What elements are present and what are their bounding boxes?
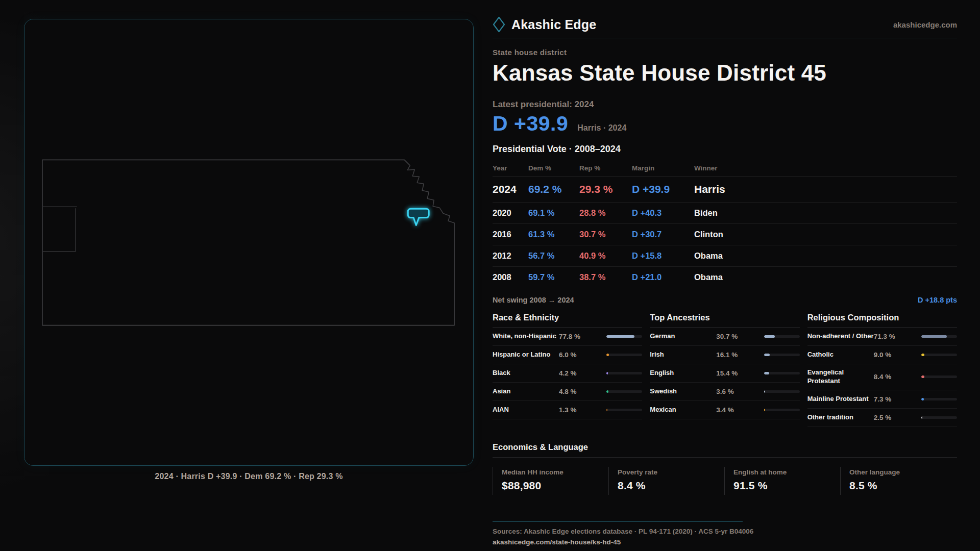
vote-year: 2020 — [493, 208, 528, 218]
economics-title: Economics & Language — [493, 442, 957, 458]
stat-label: White, non-Hispanic — [493, 332, 559, 341]
stat-label: Non-adherent / Other — [807, 332, 874, 341]
economic-stat-label: Median HH income — [502, 468, 608, 476]
content-column: Akashic Edge akashicedge.com State house… — [493, 14, 957, 546]
vote-column-header: Dem % — [528, 164, 579, 172]
economic-stat: Other language8.5 % — [840, 467, 956, 495]
vote-column-header: Year — [493, 164, 528, 172]
stat-row: German30.7 % — [650, 328, 799, 346]
footer-divider — [493, 521, 743, 522]
demographic-section: Top AncestriesGerman30.7 %Irish16.1 %Eng… — [650, 313, 799, 427]
vote-margin: D +21.0 — [632, 272, 694, 282]
stat-row: Hispanic or Latino6.0 % — [493, 346, 642, 364]
vote-column-header: Winner — [694, 164, 957, 172]
stat-value: 4.2 % — [559, 369, 587, 377]
vote-dem-pct: 59.7 % — [528, 272, 579, 282]
stat-bar-fill — [606, 409, 607, 411]
economic-stat: Median HH income$88,980 — [493, 467, 608, 495]
stat-value: 1.3 % — [559, 406, 587, 414]
net-swing-value: D +18.8 pts — [918, 296, 957, 304]
brand-site-link[interactable]: akashicedge.com — [893, 20, 957, 29]
vote-rep-pct: 29.3 % — [579, 183, 632, 195]
stat-row: White, non-Hispanic77.8 % — [493, 328, 642, 346]
stat-bar-track — [606, 390, 642, 393]
vote-margin: D +15.8 — [632, 251, 694, 261]
stat-bar-track — [606, 335, 642, 338]
economic-stat-value: 91.5 % — [733, 480, 840, 492]
stat-bar-fill — [764, 335, 775, 338]
header: Akashic Edge akashicedge.com — [493, 14, 957, 35]
vote-row: 200859.7 %38.7 %D +21.0Obama — [493, 267, 957, 288]
economic-stat: English at home91.5 % — [724, 467, 840, 495]
stat-row: Non-adherent / Other71.3 % — [807, 328, 957, 346]
stat-value: 30.7 % — [716, 333, 745, 340]
stat-label: Hispanic or Latino — [493, 350, 559, 359]
district-map-panel — [24, 19, 474, 466]
vote-winner: Biden — [694, 208, 957, 218]
stat-bar-fill — [921, 335, 947, 338]
stat-bar-track — [606, 372, 642, 374]
economics-stats: Median HH income$88,980Poverty rate8.4 %… — [493, 467, 957, 495]
vote-year: 2012 — [493, 251, 528, 261]
stat-value: 9.0 % — [874, 351, 902, 359]
stat-bar-track — [921, 416, 957, 419]
stat-row: Swedish3.6 % — [650, 383, 799, 401]
stat-label: English — [650, 369, 716, 378]
section-title: Religious Composition — [807, 313, 957, 328]
stat-label: AIAN — [493, 406, 559, 414]
stat-bar-fill — [921, 354, 924, 356]
stat-value: 2.5 % — [874, 414, 902, 421]
stat-bar-fill — [606, 335, 634, 338]
stat-row: Irish16.1 % — [650, 346, 799, 364]
vote-margin: D +30.7 — [632, 230, 694, 239]
stat-value: 4.8 % — [559, 388, 587, 395]
header-divider — [493, 38, 957, 38]
stat-label: Mainline Protestant — [807, 395, 874, 404]
latest-presidential-label: Latest presidential: 2024 — [493, 99, 957, 110]
stat-row: English15.4 % — [650, 364, 799, 383]
stat-row: AIAN1.3 % — [493, 401, 642, 419]
stat-value: 8.4 % — [874, 373, 902, 381]
stat-value: 77.8 % — [559, 333, 587, 340]
eyebrow-label: State house district — [493, 48, 957, 57]
vote-table-title: Presidential Vote · 2008–2024 — [493, 144, 957, 155]
stat-label: Asian — [493, 387, 559, 396]
stat-bar-track — [921, 398, 957, 400]
stat-bar-fill — [606, 390, 608, 393]
stat-label: Catholic — [807, 350, 874, 359]
stat-row: Asian4.8 % — [493, 383, 642, 401]
net-swing-row: Net swing 2008 → 2024 D +18.8 pts — [493, 288, 957, 304]
stat-bar-track — [921, 335, 957, 338]
vote-rep-pct: 30.7 % — [579, 230, 632, 239]
stat-value: 71.3 % — [874, 333, 902, 340]
demographics-sections: Race & EthnicityWhite, non-Hispanic77.8 … — [493, 313, 957, 427]
stat-bar-track — [606, 354, 642, 356]
headline-margin: D +39.9 — [493, 112, 568, 136]
footer-permalink-link[interactable]: akashicedge.com/state-house/ks-hd-45 — [493, 538, 957, 546]
stat-bar-track — [921, 375, 957, 378]
demographic-section: Religious CompositionNon-adherent / Othe… — [807, 313, 957, 427]
stat-label: Swedish — [650, 387, 716, 396]
diamond-icon — [493, 16, 505, 33]
vote-year: 2016 — [493, 230, 528, 239]
stat-label: Irish — [650, 350, 716, 359]
kansas-map — [24, 19, 473, 465]
stat-bar-fill — [764, 390, 766, 393]
economic-stat-value: 8.5 % — [849, 480, 956, 492]
economic-stat-value: 8.4 % — [618, 480, 724, 492]
district-45-shape[interactable] — [408, 209, 429, 225]
stat-bar-track — [764, 354, 800, 356]
vote-dem-pct: 61.3 % — [528, 230, 579, 239]
vote-year: 2024 — [493, 183, 528, 195]
vote-dem-pct: 69.2 % — [528, 183, 579, 195]
stat-label: German — [650, 332, 716, 341]
stat-row: Catholic9.0 % — [807, 346, 957, 364]
vote-table-header: YearDem %Rep %MarginWinner — [493, 160, 957, 177]
stat-bar-fill — [921, 398, 924, 400]
stat-row: Evangelical Protestant8.4 % — [807, 364, 957, 390]
vote-dem-pct: 69.1 % — [528, 208, 579, 218]
vote-winner: Obama — [694, 272, 957, 282]
stat-value: 3.4 % — [716, 406, 745, 414]
stat-bar-fill — [764, 372, 770, 374]
stat-row: Mexican3.4 % — [650, 401, 799, 419]
